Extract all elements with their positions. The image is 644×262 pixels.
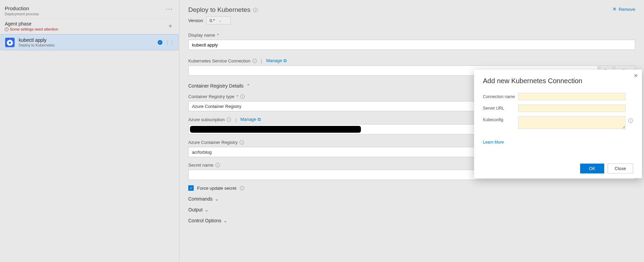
info-icon[interactable]: i <box>253 59 257 63</box>
kubernetes-icon <box>5 38 15 47</box>
task-subtitle: Deploy to Kubernetes <box>19 43 154 47</box>
learn-more-link[interactable]: Learn More <box>483 140 504 145</box>
task-row[interactable]: kubectl apply Deploy to Kubernetes ✓ ⋮⋮ <box>1 34 178 50</box>
close-button[interactable]: Close <box>608 164 633 173</box>
connection-name-label: Connection name <box>483 93 516 99</box>
version-row: Version 0.* ⌄ <box>188 16 258 24</box>
add-task-button[interactable]: + <box>166 22 174 30</box>
cr-type-label: Container Registry type <box>188 94 234 99</box>
version-value: 0.* <box>209 18 215 23</box>
svg-point-1 <box>9 41 11 44</box>
agent-phase-row[interactable]: Agent phase ! Some settings need attenti… <box>0 18 179 34</box>
output-label: Output <box>188 207 203 212</box>
connection-name-input[interactable] <box>518 93 626 100</box>
az-sub-label: Azure subscription <box>188 117 225 122</box>
left-panel: Production Deployment process ··· Agent … <box>0 0 179 262</box>
info-icon[interactable]: i <box>215 163 220 167</box>
process-subtitle: Deployment process <box>5 12 39 16</box>
control-options-label: Control Options <box>188 218 221 223</box>
required-indicator: * <box>217 33 219 38</box>
info-icon[interactable]: i <box>227 117 231 122</box>
info-icon[interactable]: i <box>628 118 633 123</box>
chevron-up-icon <box>246 83 250 89</box>
acr-value: acrforblog <box>192 150 212 155</box>
chevron-down-icon <box>223 218 227 223</box>
version-label: Version <box>188 18 203 23</box>
separator: | <box>261 58 262 63</box>
new-connection-dialog: ✕ Add new Kubernetes Connection Connecti… <box>474 70 642 178</box>
kubeconfig-label: Kubeconfig <box>483 116 516 122</box>
control-options-section-toggle[interactable]: Control Options <box>188 218 635 223</box>
display-name-label: Display name <box>188 33 215 38</box>
manage-subscription-link[interactable]: Manage ⧉ <box>240 117 261 122</box>
commands-label: Commands <box>188 196 213 202</box>
manage-link[interactable]: Manage ⧉ <box>266 58 286 63</box>
remove-button[interactable]: ✕ Remove <box>612 6 635 12</box>
chevron-down-icon <box>215 196 219 202</box>
force-update-label: Force update secret <box>197 186 237 191</box>
info-icon[interactable]: i <box>253 8 258 12</box>
manage-label: Manage <box>240 117 256 122</box>
warning-icon: ! <box>5 27 8 31</box>
dialog-title: Add new Kubernetes Connection <box>483 77 633 85</box>
process-title: Production <box>5 5 39 11</box>
chevron-down-icon: ⌄ <box>219 19 222 22</box>
right-panel: Deploy to Kubernetes i Version 0.* ⌄ ✕ R… <box>179 0 644 262</box>
ksc-label: Kubernetes Service Connection <box>188 58 250 63</box>
kubeconfig-textarea[interactable] <box>518 116 626 129</box>
more-actions-button[interactable]: ··· <box>164 5 174 13</box>
task-status-icon: ✓ <box>158 40 162 45</box>
task-name: kubectl apply <box>19 37 154 43</box>
process-header: Production Deployment process ··· <box>0 3 179 18</box>
display-name-input[interactable] <box>188 40 635 50</box>
manage-label: Manage <box>266 58 282 63</box>
secret-name-label: Secret name <box>188 163 213 168</box>
server-url-label: Server URL <box>483 105 516 111</box>
output-section-toggle[interactable]: Output <box>188 207 635 212</box>
agent-phase-warning: ! Some settings need attention <box>5 27 58 31</box>
cr-type-value: Azure Container Registry <box>192 104 241 109</box>
remove-label: Remove <box>619 7 635 12</box>
commands-section-toggle[interactable]: Commands <box>188 196 635 202</box>
separator: | <box>235 117 236 122</box>
info-icon[interactable]: i <box>240 94 245 99</box>
server-url-input[interactable] <box>518 105 626 112</box>
dialog-close-button[interactable]: ✕ <box>634 73 638 78</box>
close-icon: ✕ <box>634 73 638 78</box>
chevron-down-icon <box>205 207 209 212</box>
version-select[interactable]: 0.* ⌄ <box>206 16 231 24</box>
page-title: Deploy to Kubernetes <box>188 6 250 14</box>
info-icon[interactable]: i <box>240 186 244 190</box>
close-icon: ✕ <box>612 6 617 12</box>
required-indicator: * <box>237 94 238 99</box>
cr-details-label: Container Registry Details <box>188 83 244 89</box>
agent-phase-warning-text: Some settings need attention <box>10 27 58 31</box>
agent-phase-title: Agent phase <box>5 21 58 26</box>
ok-button[interactable]: OK <box>580 164 604 173</box>
info-icon[interactable]: i <box>240 140 244 145</box>
force-update-checkbox[interactable]: ✓ <box>188 185 194 191</box>
drag-handle-icon[interactable]: ⋮⋮ <box>165 40 174 45</box>
acr-label: Azure Container Registry <box>188 140 238 145</box>
